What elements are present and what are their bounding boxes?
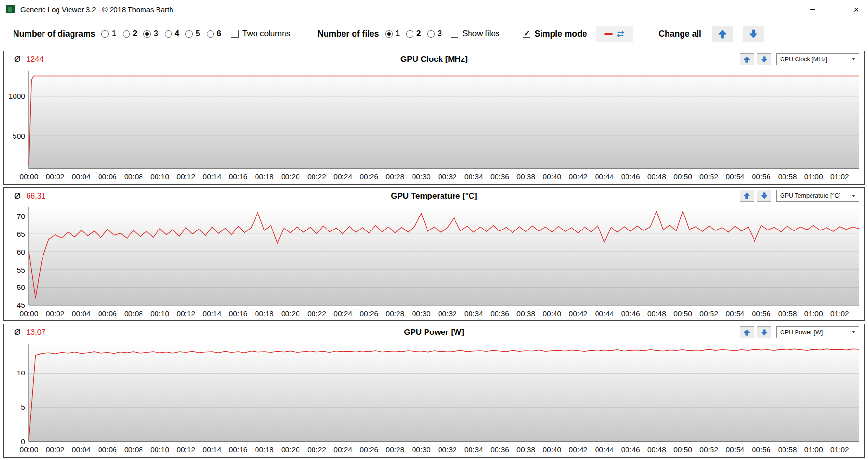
- svg-text:00:20: 00:20: [281, 309, 300, 317]
- svg-text:00:14: 00:14: [203, 446, 222, 454]
- svg-text:00:00: 00:00: [20, 446, 39, 454]
- svg-text:00:36: 00:36: [490, 309, 509, 317]
- panel-move-down-button[interactable]: [757, 53, 771, 65]
- simple-mode-checkbox[interactable]: Simple mode: [523, 29, 587, 39]
- checkbox-icon: [231, 30, 239, 38]
- signal-select-wrapper: GPU Power [W]: [776, 326, 859, 338]
- chart-panel-gpu-power: Ø13,07 GPU Power [W] GPU Power [W] 05100…: [3, 324, 865, 458]
- svg-text:00:26: 00:26: [359, 309, 378, 317]
- svg-text:00:52: 00:52: [699, 309, 718, 317]
- svg-text:00:18: 00:18: [255, 446, 274, 454]
- svg-text:00:12: 00:12: [176, 446, 195, 454]
- svg-text:00:02: 00:02: [46, 446, 65, 454]
- svg-text:00:24: 00:24: [333, 172, 352, 181]
- svg-text:00:24: 00:24: [333, 446, 352, 454]
- change-all-down-button[interactable]: [743, 26, 764, 42]
- svg-text:00:16: 00:16: [229, 172, 248, 181]
- maximize-button[interactable]: [823, 0, 845, 18]
- svg-text:00:44: 00:44: [595, 446, 614, 454]
- arrow-down-icon: [749, 29, 758, 39]
- show-files-checkbox[interactable]: Show files: [451, 29, 499, 39]
- panel-move-down-button[interactable]: [757, 326, 771, 338]
- signal-select[interactable]: GPU Temperature [°C]: [776, 190, 859, 202]
- diagrams-radio-4[interactable]: 4: [165, 29, 179, 39]
- files-radio-3[interactable]: 3: [427, 29, 442, 39]
- arrow-down-icon: [761, 192, 768, 199]
- svg-text:00:50: 00:50: [673, 446, 692, 454]
- svg-text:00:40: 00:40: [542, 309, 561, 317]
- svg-text:00:48: 00:48: [647, 309, 666, 317]
- radio-icon: [406, 30, 413, 38]
- radio-label: 1: [396, 29, 400, 39]
- arrow-up-icon: [718, 29, 727, 39]
- average-readout: Ø13,07: [14, 328, 46, 337]
- svg-text:00:04: 00:04: [72, 172, 91, 181]
- svg-text:00:38: 00:38: [516, 309, 535, 317]
- arrow-down-icon: [761, 56, 768, 63]
- svg-text:00:08: 00:08: [124, 309, 143, 317]
- radio-label: 5: [196, 29, 200, 39]
- chart-panel-gpu-temperature: Ø66,31 GPU Temperature [°C] GPU Temperat…: [3, 187, 865, 321]
- chart-title: GPU Clock [MHz]: [4, 55, 864, 64]
- diagrams-radio-2[interactable]: 2: [123, 29, 137, 39]
- svg-text:00:22: 00:22: [307, 446, 326, 454]
- minimize-button[interactable]: [801, 0, 823, 18]
- files-radio-1[interactable]: 1: [385, 29, 400, 39]
- radio-icon: [385, 30, 393, 38]
- diagrams-radio-6[interactable]: 6: [207, 29, 221, 39]
- radio-label: 3: [154, 29, 158, 39]
- svg-text:1000: 1000: [9, 92, 25, 100]
- change-all-buttons: [712, 26, 764, 42]
- svg-text:00:58: 00:58: [778, 309, 797, 317]
- svg-text:00:06: 00:06: [98, 309, 117, 317]
- svg-text:60: 60: [17, 247, 25, 256]
- svg-text:00:54: 00:54: [726, 172, 744, 181]
- two-columns-checkbox[interactable]: Two columns: [231, 29, 290, 39]
- diagrams-radio-5[interactable]: 5: [185, 29, 200, 39]
- svg-text:00:30: 00:30: [412, 446, 431, 454]
- app-logo-icon: [6, 5, 15, 13]
- svg-text:00:46: 00:46: [621, 172, 640, 181]
- chart-title: GPU Temperature [°C]: [4, 191, 864, 201]
- panel-move-up-button[interactable]: [740, 190, 754, 202]
- svg-text:00:24: 00:24: [333, 309, 352, 317]
- svg-text:500: 500: [13, 132, 25, 140]
- panel-header: Ø13,07 GPU Power [W] GPU Power [W]: [4, 324, 864, 341]
- toolbar: Number of diagrams 1 2 3 4 5 6 Two colum…: [0, 18, 868, 50]
- diagrams-radio-1[interactable]: 1: [101, 29, 116, 39]
- app-window: Generic Log Viewer 3.2 - © 2018 Thomas B…: [0, 0, 868, 460]
- svg-text:00:32: 00:32: [438, 446, 457, 454]
- signal-select[interactable]: GPU Power [W]: [776, 326, 859, 338]
- panel-move-down-button[interactable]: [757, 190, 771, 202]
- diagrams-radio-3[interactable]: 3: [143, 29, 158, 39]
- change-all-up-button[interactable]: [712, 26, 733, 42]
- close-button[interactable]: ×: [845, 0, 868, 18]
- svg-text:01:02: 01:02: [830, 172, 849, 181]
- svg-text:00:52: 00:52: [699, 446, 718, 454]
- average-symbol: Ø: [14, 55, 20, 63]
- svg-text:01:02: 01:02: [830, 309, 849, 317]
- svg-text:00:16: 00:16: [229, 446, 248, 454]
- average-readout: Ø66,31: [14, 192, 46, 201]
- radio-icon: [165, 30, 172, 38]
- panel-move-up-button[interactable]: [740, 53, 754, 65]
- svg-text:00:14: 00:14: [203, 172, 222, 181]
- title-bar: Generic Log Viewer 3.2 - © 2018 Thomas B…: [0, 0, 868, 18]
- svg-text:00:04: 00:04: [72, 309, 91, 317]
- svg-text:00:56: 00:56: [752, 446, 771, 454]
- show-files-label: Show files: [462, 29, 499, 39]
- window-title: Generic Log Viewer 3.2 - © 2018 Thomas B…: [20, 5, 173, 14]
- svg-text:01:00: 01:00: [804, 172, 823, 181]
- svg-text:00:16: 00:16: [229, 309, 248, 317]
- average-readout: Ø1244: [14, 55, 43, 64]
- apply-refresh-button[interactable]: [596, 26, 633, 42]
- checkbox-icon: [451, 30, 458, 38]
- panel-move-up-button[interactable]: [740, 326, 754, 338]
- gpu-power-chart: 051000:0000:0200:0400:0600:0800:1000:120…: [4, 341, 864, 457]
- files-radio-2[interactable]: 2: [406, 29, 421, 39]
- signal-select[interactable]: GPU Clock [MHz]: [776, 53, 859, 65]
- svg-text:00:48: 00:48: [647, 172, 666, 181]
- svg-text:00:18: 00:18: [255, 172, 274, 181]
- svg-text:00:02: 00:02: [46, 172, 65, 181]
- svg-text:00:26: 00:26: [359, 172, 378, 181]
